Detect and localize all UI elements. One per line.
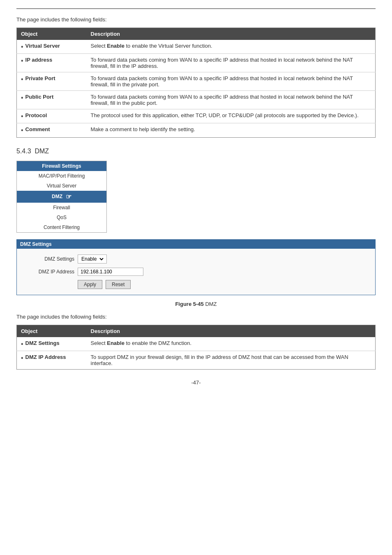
bullet-icon: • [21, 75, 23, 83]
table-row: • Protocol The protocol used for this ap… [17, 109, 376, 123]
cell-description: To forward data packets coming from WAN … [87, 91, 376, 109]
nav-menu-item-label: Virtual Server [47, 183, 76, 189]
dmz-settings-select-wrapper[interactable]: Enable Disable [78, 254, 107, 264]
cell-object: • DMZ IP Address [17, 351, 87, 369]
figure-caption: Figure 5-45 DMZ [16, 301, 376, 307]
nav-menu-item-label: DMZ [52, 194, 62, 199]
dmz-settings-row: DMZ Settings Enable Disable [25, 254, 367, 264]
cell-description: To support DMZ in your firewall design, … [87, 351, 376, 369]
bullet-icon: • [21, 126, 23, 134]
nav-menu-header: Firewall Settings [17, 161, 106, 171]
cell-description: Select Enable to enable the Virtual Serv… [87, 40, 376, 54]
cell-object: • DMZ Settings [17, 337, 87, 351]
object-label: Comment [25, 126, 50, 132]
dmz-panel-title: DMZ Settings [17, 240, 375, 249]
top-divider [16, 8, 376, 9]
table-1: Object Description • Virtual Server Sele… [16, 28, 376, 138]
table-row: • DMZ IP Address To support DMZ in your … [17, 351, 376, 369]
nav-menu-item-label: Content Filtering [44, 224, 80, 230]
dmz-ip-label: DMZ IP Address [25, 269, 74, 275]
table-row: • Private Port To forward data packets c… [17, 72, 376, 91]
intro-text-1: The page includes the following fields: [16, 16, 376, 23]
section-heading: 5.4.3 DMZ [16, 148, 376, 155]
nav-menu-item-firewall[interactable]: Firewall [17, 203, 106, 213]
dmz-buttons: Apply Reset [78, 280, 367, 289]
section-number: 5.4.3 [16, 148, 31, 155]
table-row: • IP address To forward data packets com… [17, 54, 376, 72]
dmz-ip-row: DMZ IP Address [25, 268, 367, 276]
nav-menu-item-label: QoS [57, 215, 67, 220]
cell-object: • Private Port [17, 72, 87, 91]
nav-menu-item-dmz[interactable]: DMZ ☞ [17, 191, 106, 203]
cell-description: To forward data packets coming from WAN … [87, 72, 376, 91]
nav-menu-item-mac[interactable]: MAC/IP/Port Filtering [17, 171, 106, 181]
cell-object: • IP address [17, 54, 87, 72]
cell-description: To forward data packets coming from WAN … [87, 54, 376, 72]
cell-description: Make a comment to help identify the sett… [87, 123, 376, 137]
object-label: Virtual Server [25, 43, 60, 49]
bullet-icon: • [21, 94, 23, 102]
table-row: • DMZ Settings Select Enable to enable t… [17, 337, 376, 351]
cell-object: • Protocol [17, 109, 87, 123]
bullet-icon: • [21, 43, 23, 51]
figure-caption-text: Figure 5-45 [175, 301, 203, 307]
cell-object: • Comment [17, 123, 87, 137]
col-header-object: Object [17, 28, 87, 40]
object-label: Protocol [25, 112, 47, 118]
table-row: • Virtual Server Select Enable to enable… [17, 40, 376, 54]
nav-menu-item-qos[interactable]: QoS [17, 213, 106, 222]
table-row: • Comment Make a comment to help identif… [17, 123, 376, 137]
object-label: DMZ IP Address [25, 354, 66, 360]
dmz-panel-body: DMZ Settings Enable Disable DMZ IP Addre… [17, 249, 375, 295]
section-title: DMZ [35, 148, 49, 155]
col-header-object: Object [17, 325, 87, 337]
dmz-settings-panel: DMZ Settings DMZ Settings Enable Disable… [16, 239, 376, 295]
object-label: Private Port [25, 75, 55, 81]
cell-object: • Virtual Server [17, 40, 87, 54]
col-header-description: Description [87, 28, 376, 40]
apply-button[interactable]: Apply [78, 280, 102, 289]
table-2: Object Description • DMZ Settings Select… [16, 325, 376, 370]
dmz-settings-select[interactable]: Enable Disable [80, 256, 105, 262]
dmz-settings-label: DMZ Settings [25, 256, 74, 262]
dmz-ip-input[interactable] [78, 268, 143, 276]
object-label: IP address [25, 57, 53, 63]
nav-menu-item-label: Firewall [53, 205, 70, 210]
bullet-icon: • [21, 57, 23, 65]
page-number: -47- [16, 379, 376, 386]
bullet-icon: • [21, 340, 23, 348]
cell-object: • Public Port [17, 91, 87, 109]
cell-description: Select Enable to enable the DMZ function… [87, 337, 376, 351]
cell-description: The protocol used for this application, … [87, 109, 376, 123]
bullet-icon: • [21, 354, 23, 362]
object-label: Public Port [25, 94, 54, 100]
nav-menu-item-content-filtering[interactable]: Content Filtering [17, 222, 106, 232]
intro-text-2: The page includes the following fields: [16, 314, 376, 320]
table-row: • Public Port To forward data packets co… [17, 91, 376, 109]
cursor-icon: ☞ [66, 193, 71, 201]
reset-button[interactable]: Reset [106, 280, 131, 289]
nav-menu: Firewall Settings MAC/IP/Port Filtering … [16, 161, 107, 233]
nav-menu-item-label: MAC/IP/Port Filtering [39, 173, 85, 179]
col-header-description: Description [87, 325, 376, 337]
object-label: DMZ Settings [25, 340, 60, 346]
bullet-icon: • [21, 112, 23, 120]
nav-menu-item-virtualserver[interactable]: Virtual Server [17, 181, 106, 191]
